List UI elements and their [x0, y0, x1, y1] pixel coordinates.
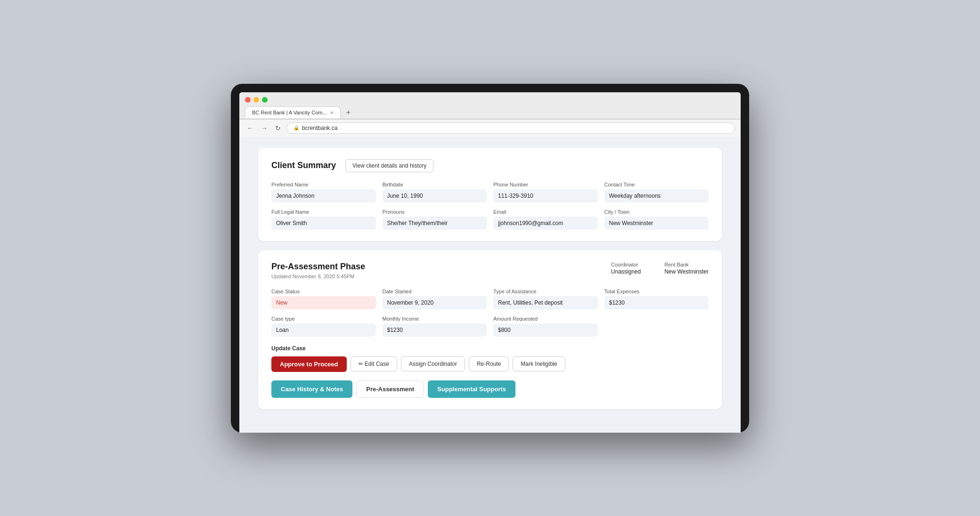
- edit-case-button[interactable]: ✏ Edit Case: [351, 356, 397, 371]
- total-expenses-label: Total Expenses: [604, 289, 709, 294]
- traffic-lights: [245, 97, 735, 103]
- monitor: BC Rent Bank | A Vancity Com... ✕ + ← → …: [231, 84, 749, 433]
- type-assistance-value: Rent, Utilities, Pet deposit: [493, 296, 598, 309]
- tab-pre-assessment[interactable]: Pre-Assessment: [356, 380, 424, 398]
- tab-case-history[interactable]: Case History & Notes: [271, 380, 352, 398]
- birthdate-value: June 10, 1990: [383, 189, 487, 202]
- tab-title: BC Rent Bank | A Vancity Com...: [252, 110, 327, 115]
- contact-time-value: Weekday afternoons: [604, 189, 709, 202]
- date-started-field: Date Started November 9, 2020: [383, 289, 487, 309]
- screen: BC Rent Bank | A Vancity Com... ✕ + ← → …: [239, 92, 741, 433]
- birthdate-field: Birthdate June 10, 1990: [383, 182, 487, 202]
- forward-button[interactable]: →: [259, 123, 270, 133]
- address-bar-row: ← → ↻ 🔒 bcrentbank.ca: [239, 119, 741, 137]
- rent-bank-value: New Westminster: [664, 268, 709, 275]
- preferred-name-label: Preferred Name: [271, 182, 376, 187]
- refresh-button[interactable]: ↻: [273, 123, 283, 133]
- case-status-value: New: [271, 296, 376, 309]
- mark-ineligible-button[interactable]: Mark Ineligible: [513, 356, 565, 371]
- page-content: Client Summary View client details and h…: [239, 137, 741, 433]
- case-status-label: Case Status: [271, 289, 376, 294]
- amount-requested-field: Amount Requested $800: [493, 316, 598, 337]
- birthdate-label: Birthdate: [383, 182, 487, 187]
- lock-icon: 🔒: [294, 125, 299, 130]
- case-status-field: Case Status New: [271, 289, 376, 309]
- email-value: jjohnson1990@gmail.com: [493, 217, 598, 230]
- tab-supplemental-supports[interactable]: Supplemental Supports: [428, 380, 515, 398]
- back-button[interactable]: ←: [245, 123, 255, 133]
- coordinator-value: Unassigned: [611, 268, 641, 275]
- phase-meta: Coordinator Unassigned Rent Bank New Wes…: [611, 262, 709, 275]
- browser-chrome: BC Rent Bank | A Vancity Com... ✕ +: [239, 92, 741, 119]
- assign-coordinator-button[interactable]: Assign Coordinator: [401, 356, 465, 371]
- approve-to-proceed-button[interactable]: Approve to Proceed: [271, 356, 347, 372]
- maximize-button[interactable]: [262, 97, 268, 103]
- case-type-label: Case type: [271, 316, 376, 322]
- total-expenses-field: Total Expenses $1230: [604, 289, 709, 309]
- tabs-row: Case History & Notes Pre-Assessment Supp…: [271, 380, 709, 398]
- close-button[interactable]: [245, 97, 251, 103]
- phone-field: Phone Number 111-329-3910: [493, 182, 598, 202]
- rent-bank-label: Rent Bank: [664, 262, 709, 267]
- coordinator-label: Coordinator: [611, 262, 641, 267]
- url-text: bcrentbank.ca: [302, 125, 337, 131]
- monthly-income-label: Monthly Income: [383, 316, 487, 322]
- client-info-grid: Preferred Name Jenna Johnson Birthdate J…: [271, 182, 709, 230]
- amount-requested-value: $800: [493, 323, 598, 337]
- amount-requested-label: Amount Requested: [493, 316, 598, 322]
- monthly-income-value: $1230: [383, 323, 487, 337]
- full-legal-name-field: Full Legal Name Oliver Smith: [271, 209, 376, 230]
- contact-time-label: Contact Time: [604, 182, 709, 187]
- pre-assessment-card: Pre-Assessment Phase Updated November 8,…: [258, 250, 722, 409]
- date-started-label: Date Started: [383, 289, 487, 294]
- re-route-button[interactable]: Re-Route: [469, 356, 509, 371]
- view-details-button[interactable]: View client details and history: [345, 159, 433, 172]
- client-summary-title: Client Summary: [271, 161, 336, 170]
- address-bar[interactable]: 🔒 bcrentbank.ca: [286, 122, 735, 134]
- full-legal-name-value: Oliver Smith: [271, 217, 376, 230]
- email-label: Email: [493, 209, 598, 215]
- phone-label: Phone Number: [493, 182, 598, 187]
- email-field: Email jjohnson1990@gmail.com: [493, 209, 598, 230]
- full-legal-name-label: Full Legal Name: [271, 209, 376, 215]
- pronouns-label: Pronouns: [383, 209, 487, 215]
- preferred-name-field: Preferred Name Jenna Johnson: [271, 182, 376, 202]
- contact-time-field: Contact Time Weekday afternoons: [604, 182, 709, 202]
- case-details-grid: Case Status New Date Started November 9,…: [271, 289, 709, 337]
- new-tab-button[interactable]: +: [343, 106, 354, 119]
- tab-bar: BC Rent Bank | A Vancity Com... ✕ +: [245, 106, 735, 119]
- minimize-button[interactable]: [253, 97, 259, 103]
- pronouns-value: She/her They/them/their: [383, 217, 487, 230]
- city-town-field: City / Town New Westminster: [604, 209, 709, 230]
- action-buttons: Approve to Proceed ✏ Edit Case Assign Co…: [271, 356, 709, 372]
- city-town-value: New Westminster: [604, 217, 709, 230]
- type-assistance-field: Type of Assistance Rent, Utilities, Pet …: [493, 289, 598, 309]
- total-expenses-value: $1230: [604, 296, 709, 309]
- case-type-field: Case type Loan: [271, 316, 376, 337]
- case-type-value: Loan: [271, 323, 376, 337]
- pronouns-field: Pronouns She/her They/them/their: [383, 209, 487, 230]
- phase-header: Pre-Assessment Phase Updated November 8,…: [271, 262, 709, 279]
- phase-updated: Updated November 8, 2020 5:45PM: [271, 274, 365, 279]
- client-summary-header: Client Summary View client details and h…: [271, 159, 709, 172]
- monthly-income-field: Monthly Income $1230: [383, 316, 487, 337]
- rent-bank-meta: Rent Bank New Westminster: [664, 262, 709, 275]
- browser-tab[interactable]: BC Rent Bank | A Vancity Com... ✕: [245, 106, 341, 118]
- tab-close-icon[interactable]: ✕: [330, 110, 334, 115]
- preferred-name-value: Jenna Johnson: [271, 189, 376, 202]
- phase-title: Pre-Assessment Phase: [271, 262, 365, 272]
- date-started-value: November 9, 2020: [383, 296, 487, 309]
- update-case-label: Update Case: [271, 345, 709, 352]
- coordinator-meta: Coordinator Unassigned: [611, 262, 641, 275]
- city-town-label: City / Town: [604, 209, 709, 215]
- phone-value: 111-329-3910: [493, 189, 598, 202]
- phase-title-block: Pre-Assessment Phase Updated November 8,…: [271, 262, 365, 279]
- client-summary-card: Client Summary View client details and h…: [258, 148, 722, 241]
- type-assistance-label: Type of Assistance: [493, 289, 598, 294]
